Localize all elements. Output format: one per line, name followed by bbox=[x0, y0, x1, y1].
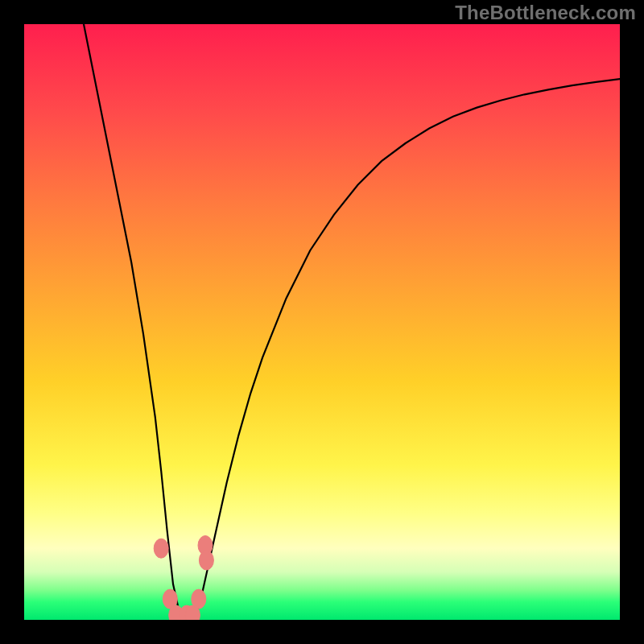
optimal-marker bbox=[154, 539, 168, 558]
chart-frame: TheBottleneck.com bbox=[0, 0, 644, 644]
bottleneck-plot bbox=[24, 24, 620, 620]
optimal-marker bbox=[192, 589, 206, 609]
bottleneck-curve bbox=[84, 24, 620, 619]
optimal-marker bbox=[199, 551, 213, 570]
watermark-text: TheBottleneck.com bbox=[455, 2, 636, 24]
